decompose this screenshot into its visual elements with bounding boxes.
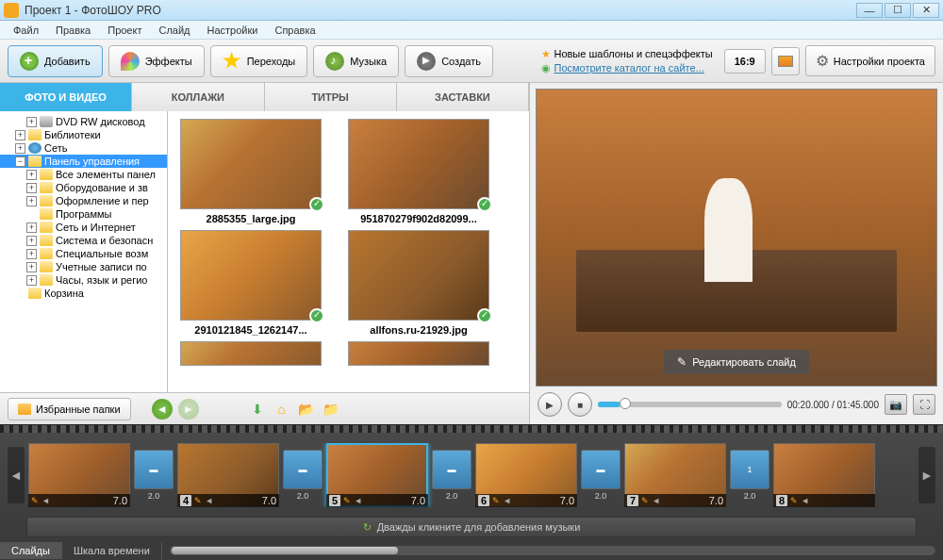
tree-item[interactable]: +Библиотеки — [0, 128, 167, 141]
tree-item[interactable]: +Учетные записи по — [0, 260, 167, 273]
edit-icon[interactable]: ✎ — [641, 496, 649, 505]
folder-tree[interactable]: +DVD RW дисковод+Библиотеки+Сеть−Панель … — [0, 111, 168, 392]
maximize-button[interactable]: ☐ — [885, 3, 911, 18]
aspect-ratio-button[interactable]: 16:9 — [724, 49, 766, 74]
menu-settings[interactable]: Настройки — [200, 23, 266, 38]
tree-toggle-icon[interactable]: + — [26, 222, 37, 233]
menu-project[interactable]: Проект — [100, 23, 149, 38]
sound-icon[interactable]: ◄ — [205, 496, 213, 505]
tab-intros[interactable]: ЗАСТАВКИ — [397, 83, 529, 111]
play-button[interactable]: ▶ — [538, 392, 562, 417]
music-button[interactable]: Музыка — [313, 45, 399, 77]
progress-thumb[interactable] — [620, 398, 631, 409]
menu-help[interactable]: Справка — [267, 23, 323, 38]
tree-toggle-icon[interactable]: + — [26, 236, 37, 246]
tree-item[interactable]: +Сеть и Интернет — [0, 221, 167, 234]
edit-icon[interactable]: ✎ — [492, 496, 500, 505]
timeline-transition[interactable]: 12.0 — [730, 450, 769, 501]
tree-toggle-icon[interactable]: + — [26, 196, 37, 206]
tree-item[interactable]: +Все элементы панел — [0, 168, 167, 181]
timeline-slide[interactable]: 6 ✎ ◄ 7.0 — [475, 443, 577, 507]
tree-toggle-icon[interactable]: + — [26, 183, 37, 193]
folder-up-icon[interactable]: 📁 — [322, 400, 340, 419]
preview-image[interactable]: ✎ Редактировать слайд — [536, 89, 937, 387]
create-button[interactable]: Создать — [405, 45, 493, 77]
tree-toggle-icon[interactable]: + — [26, 170, 37, 180]
fullscreen-button[interactable]: ⛶ — [913, 394, 935, 415]
tree-toggle-icon[interactable]: + — [26, 117, 37, 127]
sound-icon[interactable]: ◄ — [503, 496, 511, 505]
add-button[interactable]: Добавить — [8, 45, 103, 77]
tree-item[interactable]: +Оформление и пер — [0, 194, 167, 207]
close-button[interactable]: ✕ — [913, 3, 939, 18]
timeline-slide[interactable]: 4 ✎ ◄ 7.0 — [177, 443, 279, 507]
edit-icon[interactable]: ✎ — [31, 496, 39, 505]
timeline-slide[interactable]: ✎ ◄ 7.0 — [28, 443, 130, 507]
edit-icon[interactable]: ✎ — [194, 496, 202, 505]
tree-toggle-icon[interactable]: + — [26, 249, 37, 259]
minimize-button[interactable]: — — [856, 3, 883, 18]
thumbnail-item[interactable]: 2910121845_1262147... — [175, 230, 326, 336]
home-icon[interactable]: ⌂ — [273, 400, 291, 419]
tree-item[interactable]: +Сеть — [0, 141, 167, 155]
tab-collages[interactable]: КОЛЛАЖИ — [132, 83, 264, 111]
sound-icon[interactable]: ◄ — [652, 496, 660, 505]
timeline-scrollbar[interactable] — [170, 546, 935, 555]
timeline-transition[interactable]: ▬2.0 — [432, 450, 472, 501]
timeline-slide[interactable]: 7 ✎ ◄ 7.0 — [624, 443, 726, 507]
tree-item[interactable]: +Оборудование и зв — [0, 181, 167, 194]
effects-button[interactable]: Эффекты — [108, 45, 205, 77]
tab-slides-view[interactable]: Слайды — [0, 542, 62, 559]
catalog-link[interactable]: Посмотрите каталог на сайте... — [554, 62, 703, 74]
edit-icon[interactable]: ✎ — [343, 496, 351, 505]
transitions-button[interactable]: Переходы — [210, 45, 308, 77]
thumbnail-item[interactable] — [343, 341, 494, 366]
menu-edit[interactable]: Правка — [48, 23, 98, 38]
timeline-transition[interactable]: ▬2.0 — [134, 450, 174, 501]
tree-toggle-icon[interactable]: + — [26, 275, 37, 286]
favorites-button[interactable]: Избранные папки — [8, 398, 131, 420]
tree-item[interactable]: Корзина — [0, 287, 167, 300]
folder-open-icon[interactable]: 📂 — [297, 400, 316, 419]
timeline-slide[interactable]: 8 ✎ ◄ — [773, 443, 875, 507]
thumbnail-item[interactable]: allfons.ru-21929.jpg — [343, 230, 494, 336]
tree-item[interactable]: +Часы, язык и регио — [0, 273, 167, 287]
nav-forward-button[interactable]: ► — [178, 399, 199, 420]
thumbnail-item[interactable]: 2885355_large.jpg — [175, 119, 326, 224]
tree-toggle-icon[interactable]: + — [26, 262, 37, 272]
stop-button[interactable]: ■ — [568, 392, 592, 417]
tree-item[interactable]: +Система и безопасн — [0, 234, 167, 247]
progress-bar[interactable] — [598, 402, 782, 407]
timeline-transition[interactable]: ▬2.0 — [581, 450, 620, 501]
project-settings-button[interactable]: ⚙ Настройки проекта — [805, 45, 935, 76]
menu-file[interactable]: Файл — [6, 23, 46, 38]
thumbnail-item[interactable]: 951870279f902d82099... — [343, 119, 494, 224]
sound-icon[interactable]: ◄ — [41, 496, 50, 505]
timeline-scroll-right[interactable]: ► — [918, 447, 935, 503]
timeline-slide[interactable]: 5 ✎ ◄ 7.0 — [326, 443, 428, 507]
download-icon[interactable]: ⬇ — [248, 400, 267, 419]
tree-item[interactable]: +DVD RW дисковод — [0, 115, 167, 128]
thumbnail-item[interactable] — [175, 341, 326, 366]
music-track[interactable]: ↻ Дважды кликните для добавления музыки — [26, 517, 917, 537]
tab-titles[interactable]: ТИТРЫ — [265, 83, 397, 111]
menu-slide[interactable]: Слайд — [151, 23, 197, 38]
tree-item[interactable]: +Специальные возм — [0, 247, 167, 260]
tab-photo-video[interactable]: ФОТО И ВИДЕО — [0, 83, 132, 111]
background-color-button[interactable] — [771, 47, 800, 75]
sound-icon[interactable]: ◄ — [354, 496, 362, 505]
edit-icon[interactable]: ✎ — [790, 496, 798, 505]
nav-back-button[interactable]: ◄ — [152, 399, 173, 420]
timeline-transition[interactable]: ▬2.0 — [283, 450, 323, 501]
timeline-scroll-left[interactable]: ◄ — [8, 447, 25, 503]
edit-slide-button[interactable]: ✎ Редактировать слайд — [664, 350, 809, 374]
tree-toggle-icon[interactable]: + — [15, 130, 25, 140]
tree-item[interactable]: Программы — [0, 207, 167, 221]
scrollbar-thumb[interactable] — [172, 547, 398, 554]
snapshot-button[interactable]: 📷 — [885, 394, 907, 415]
sound-icon[interactable]: ◄ — [801, 496, 809, 505]
tree-item[interactable]: −Панель управления — [0, 155, 167, 168]
tree-toggle-icon[interactable]: + — [15, 143, 25, 154]
tree-toggle-icon[interactable]: − — [15, 156, 25, 167]
tab-timeline-view[interactable]: Шкала времени — [62, 542, 162, 559]
